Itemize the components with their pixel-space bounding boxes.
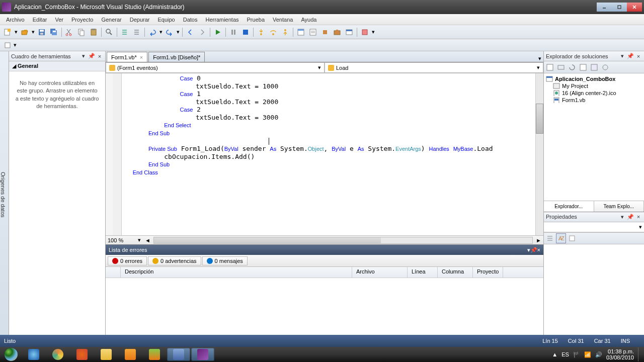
- extension-dropdown[interactable]: ▾: [371, 27, 375, 38]
- pin-icon[interactable]: 📌: [627, 213, 634, 220]
- close-icon[interactable]: ×: [635, 213, 642, 220]
- zoom-level[interactable]: 100 %: [108, 237, 138, 243]
- column-header[interactable]: Proyecto: [473, 267, 503, 278]
- flag-icon[interactable]: 🏴: [573, 351, 580, 358]
- view-diagram-button[interactable]: [600, 62, 610, 72]
- solution-explorer-button[interactable]: [295, 27, 306, 38]
- object-browser-button[interactable]: [319, 27, 331, 38]
- menu-ventana[interactable]: Ventana: [269, 16, 297, 24]
- document-tab[interactable]: Form1.vb*×: [107, 52, 147, 62]
- menu-generar[interactable]: Generar: [97, 16, 125, 24]
- language-indicator[interactable]: ES: [561, 351, 569, 357]
- project-node[interactable]: Aplicacion_ComboBox: [546, 75, 642, 82]
- new-project-button[interactable]: [2, 27, 13, 38]
- toolbox-button[interactable]: [332, 27, 343, 38]
- class-dropdown[interactable]: (Form1 eventos) ▾: [106, 62, 325, 73]
- solution-tree[interactable]: Aplicacion_ComboBox My Project16 (Align …: [544, 73, 644, 201]
- minimize-button[interactable]: [597, 3, 612, 12]
- menu-ayuda[interactable]: Ayuda: [297, 16, 320, 24]
- menu-equipo[interactable]: Equipo: [153, 16, 179, 24]
- properties-object-selector[interactable]: ▾: [544, 222, 644, 232]
- secondary-dropdown[interactable]: ▾: [13, 40, 17, 51]
- close-button[interactable]: [627, 3, 642, 12]
- column-header[interactable]: Línea: [408, 267, 438, 278]
- open-button[interactable]: [19, 27, 30, 38]
- step-over-button[interactable]: [268, 27, 279, 38]
- ie-taskbar-button[interactable]: [22, 348, 45, 361]
- tray-arrow-icon[interactable]: ▲: [552, 351, 557, 357]
- start-button[interactable]: [1, 347, 21, 361]
- new-project-dropdown[interactable]: ▾: [14, 27, 18, 38]
- maximize-button[interactable]: [612, 3, 627, 12]
- chrome-taskbar-button[interactable]: [46, 348, 69, 361]
- pause-button[interactable]: [228, 27, 239, 38]
- arrow-right-icon[interactable]: ►: [536, 237, 541, 243]
- property-pages-button[interactable]: [567, 233, 577, 243]
- menu-herramientas[interactable]: Herramientas: [202, 16, 243, 24]
- data-sources-tab[interactable]: Orígenes de datos: [0, 51, 9, 335]
- paste-button[interactable]: [88, 27, 99, 38]
- view-code-button[interactable]: [578, 62, 588, 72]
- breakpoint-margin[interactable]: [106, 73, 113, 235]
- outline-margin[interactable]: [113, 73, 122, 235]
- pin-icon[interactable]: 📌: [530, 247, 537, 253]
- redo-button[interactable]: [164, 27, 175, 38]
- dock-tab[interactable]: Explorador...: [544, 201, 594, 212]
- categorized-button[interactable]: [545, 233, 555, 243]
- close-tab-icon[interactable]: ×: [140, 54, 143, 60]
- alphabetical-button[interactable]: AZ: [556, 233, 566, 243]
- start-debug-button[interactable]: [212, 27, 223, 38]
- nav-back-button[interactable]: [185, 27, 196, 38]
- msn-taskbar-button[interactable]: [143, 348, 166, 361]
- pin-icon[interactable]: 📌: [627, 53, 634, 60]
- error-filter-tab[interactable]: 0 errores: [108, 256, 147, 265]
- volume-icon[interactable]: 🔊: [595, 351, 602, 358]
- comment-button[interactable]: [119, 27, 130, 38]
- column-header[interactable]: [106, 267, 121, 278]
- menu-prueba[interactable]: Prueba: [243, 16, 269, 24]
- app-taskbar-button[interactable]: [167, 348, 190, 361]
- save-button[interactable]: [36, 27, 47, 38]
- tab-dropdown-icon[interactable]: ▾: [538, 55, 541, 62]
- view-designer-button[interactable]: [589, 62, 599, 72]
- step-out-button[interactable]: [280, 27, 291, 38]
- properties-button[interactable]: [545, 62, 555, 72]
- column-header[interactable]: Columna: [438, 267, 473, 278]
- vs-taskbar-button[interactable]: [191, 348, 214, 361]
- extension-manager-button[interactable]: [359, 27, 370, 38]
- tree-item[interactable]: Form1.vb: [546, 97, 642, 104]
- nav-forward-button[interactable]: [197, 27, 208, 38]
- menu-datos[interactable]: Datos: [179, 16, 202, 24]
- find-button[interactable]: [104, 27, 115, 38]
- horizontal-scrollbar[interactable]: [153, 237, 533, 244]
- document-tab[interactable]: Form1.vb [Diseño]*: [148, 52, 205, 62]
- start-page-button[interactable]: [344, 27, 355, 38]
- dock-tab[interactable]: Team Explo...: [594, 201, 645, 212]
- close-icon[interactable]: ×: [635, 53, 642, 60]
- media-player-taskbar-button[interactable]: [119, 348, 142, 361]
- column-header[interactable]: Descripción: [121, 267, 352, 278]
- tray-clock[interactable]: 01:38 p.m. 03/08/2010: [606, 348, 634, 360]
- close-icon[interactable]: ×: [537, 247, 540, 253]
- arrow-left-icon[interactable]: ◄: [145, 237, 150, 243]
- error-filter-tab[interactable]: 0 advertencias: [148, 256, 201, 265]
- tree-item[interactable]: 16 (Align center-2).ico: [546, 89, 642, 97]
- menu-archivo[interactable]: Archivo: [2, 16, 29, 24]
- firefox-taskbar-button[interactable]: [70, 348, 94, 361]
- show-desktop-button[interactable]: [638, 347, 642, 361]
- toolbox-group-general[interactable]: ◢ General: [9, 61, 105, 71]
- copy-button[interactable]: [76, 27, 87, 38]
- step-into-button[interactable]: [256, 27, 267, 38]
- stop-button[interactable]: [240, 27, 251, 38]
- network-icon[interactable]: 📶: [584, 351, 591, 358]
- chevron-down-icon[interactable]: ▾: [619, 213, 626, 220]
- undo-button[interactable]: [147, 27, 158, 38]
- vertical-scrollbar[interactable]: [535, 73, 543, 235]
- pin-icon[interactable]: 📌: [88, 53, 95, 60]
- column-header[interactable]: Archivo: [352, 267, 408, 278]
- uncomment-button[interactable]: [131, 27, 142, 38]
- zoom-dropdown-icon[interactable]: ▾: [138, 237, 141, 243]
- menu-proyecto[interactable]: Proyecto: [67, 16, 97, 24]
- undo-dropdown[interactable]: ▾: [159, 27, 163, 38]
- show-all-button[interactable]: [556, 62, 566, 72]
